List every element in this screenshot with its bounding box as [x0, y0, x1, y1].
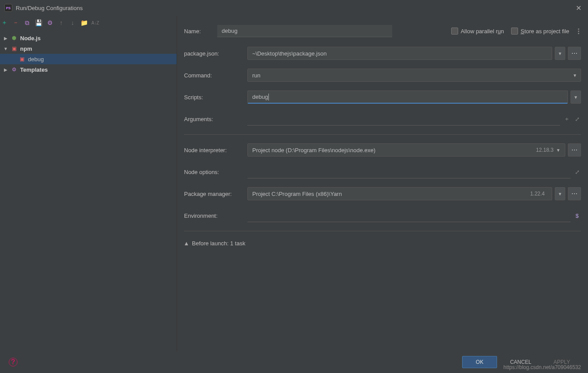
more-options-icon[interactable] [576, 28, 581, 34]
before-launch-section[interactable]: ▶ Before launch: 1 task [184, 240, 581, 247]
environment-row: Environment: $ [184, 209, 581, 222]
arguments-label: Arguments: [184, 116, 247, 122]
browse-button[interactable]: ⋯ [568, 47, 581, 60]
chevron-right-icon: ▶ [184, 241, 188, 246]
browse-button[interactable]: ⋯ [568, 143, 581, 157]
arguments-field[interactable] [247, 112, 560, 125]
window-title: Run/Debug Configurations [16, 5, 83, 11]
checkbox-icon [511, 28, 518, 35]
tree-item-label: debug [28, 56, 44, 63]
add-icon[interactable]: ＋ [0, 18, 9, 27]
close-icon[interactable]: ✕ [573, 3, 584, 13]
name-label: Name: [184, 28, 210, 35]
name-row: Name: Allow parallel run Store as projec… [184, 25, 581, 37]
environment-label: Environment: [184, 213, 247, 219]
left-panel: ＋ － ⧉ 💾 ⚙ ↑ ↓ 📁 A↓Z ▶ ⬢ Node.js ▼ ▣ npm … [0, 16, 177, 351]
checkbox-label: Store as project file [521, 28, 569, 35]
package-manager-field[interactable]: Project C:\Program Files (x86)\Yarn 1.22… [247, 187, 552, 200]
node-options-field[interactable] [247, 165, 571, 178]
divider [184, 231, 581, 231]
chevron-down-icon[interactable]: ▼ [555, 187, 565, 200]
chevron-down-icon: ▼ [556, 148, 560, 153]
nodejs-icon: ⬢ [10, 35, 17, 42]
command-field[interactable]: run ▼ [247, 69, 581, 82]
help-icon[interactable]: ? [9, 358, 17, 366]
package-manager-label: Package manager: [184, 191, 247, 197]
checkbox-label: Allow parallel run [461, 28, 504, 35]
environment-field[interactable] [247, 209, 571, 222]
app-icon: PS [4, 4, 12, 12]
browse-button[interactable]: ⋯ [568, 187, 581, 200]
folder-icon[interactable]: 📁 [80, 18, 88, 27]
package-json-field[interactable]: ~\Desktop\thejs\package.json [247, 47, 552, 60]
node-interpreter-row: Node interpreter: Project node (D:\Progr… [184, 143, 581, 157]
chevron-right-icon: ▶ [3, 36, 8, 40]
arguments-row: Arguments: ＋ ⤢ [184, 112, 581, 125]
node-options-row: Node options: ⤢ [184, 165, 581, 178]
tree-item-label: npm [20, 45, 32, 52]
command-row: Command: run ▼ [184, 69, 581, 82]
package-json-row: package.json: ~\Desktop\thejs\package.js… [184, 47, 581, 60]
gear-icon: ⚙ [10, 66, 17, 73]
scripts-row: Scripts: debug ▼ [184, 91, 581, 104]
env-var-icon[interactable]: $ [573, 212, 581, 220]
main-split: ＋ － ⧉ 💾 ⚙ ↑ ↓ 📁 A↓Z ▶ ⬢ Node.js ▼ ▣ npm … [0, 16, 588, 351]
checkbox-icon [451, 28, 458, 35]
ok-button[interactable]: OK [462, 356, 497, 368]
npm-icon: ▣ [18, 56, 25, 63]
scripts-label: Scripts: [184, 94, 247, 101]
chevron-down-icon: ▼ [3, 46, 8, 51]
expand-icon[interactable]: ⤢ [573, 168, 581, 176]
npm-icon: ▣ [10, 45, 17, 52]
scripts-field[interactable]: debug [247, 91, 568, 104]
tree-item-npm[interactable]: ▼ ▣ npm [0, 43, 177, 54]
package-manager-row: Package manager: Project C:\Program File… [184, 187, 581, 200]
settings-icon[interactable]: ⚙ [45, 18, 54, 27]
node-interpreter-label: Node interpreter: [184, 147, 247, 153]
node-interpreter-field[interactable]: Project node (D:\Program Files\nodejs\no… [247, 143, 565, 157]
save-icon[interactable]: 💾 [34, 18, 43, 27]
titlebar: PS Run/Debug Configurations ✕ [0, 0, 588, 16]
tree-item-debug[interactable]: ▣ debug [0, 54, 177, 64]
tree-item-templates[interactable]: ▶ ⚙ Templates [0, 64, 177, 75]
store-project-file-checkbox[interactable]: Store as project file [511, 28, 569, 35]
before-launch-label: Before launch: 1 task [192, 240, 245, 247]
config-tree: ▶ ⬢ Node.js ▼ ▣ npm ▣ debug ▶ ⚙ Template… [0, 29, 177, 78]
allow-parallel-checkbox[interactable]: Allow parallel run [451, 28, 504, 35]
divider [184, 134, 581, 135]
footer: ? OK CANCEL APPLY [0, 351, 588, 373]
plus-icon[interactable]: ＋ [563, 115, 571, 123]
chevron-down-icon[interactable]: ▼ [555, 47, 565, 60]
copy-icon[interactable]: ⧉ [23, 18, 31, 27]
chevron-down-icon: ▼ [573, 73, 577, 78]
tree-item-label: Templates [20, 66, 48, 73]
sort-alpha-icon[interactable]: A↓Z [91, 18, 100, 27]
form-panel: Name: Allow parallel run Store as projec… [177, 16, 588, 351]
package-manager-version: 1.22.4 [530, 191, 547, 197]
name-input[interactable] [217, 25, 392, 37]
chevron-down-icon[interactable]: ▼ [571, 91, 581, 104]
chevron-right-icon: ▶ [3, 67, 8, 72]
watermark: https://blog.csdn.net/a709046532 [504, 364, 581, 370]
move-down-icon[interactable]: ↓ [68, 18, 77, 27]
command-label: Command: [184, 72, 247, 79]
move-up-icon[interactable]: ↑ [57, 18, 66, 27]
tree-item-label: Node.js [20, 35, 41, 42]
left-toolbar: ＋ － ⧉ 💾 ⚙ ↑ ↓ 📁 A↓Z [0, 16, 177, 29]
node-version: 12.18.3 [536, 147, 556, 153]
node-options-label: Node options: [184, 169, 247, 175]
package-json-label: package.json: [184, 50, 247, 57]
expand-icon[interactable]: ⤢ [573, 115, 581, 123]
tree-item-nodejs[interactable]: ▶ ⬢ Node.js [0, 33, 177, 43]
remove-icon[interactable]: － [11, 18, 20, 27]
